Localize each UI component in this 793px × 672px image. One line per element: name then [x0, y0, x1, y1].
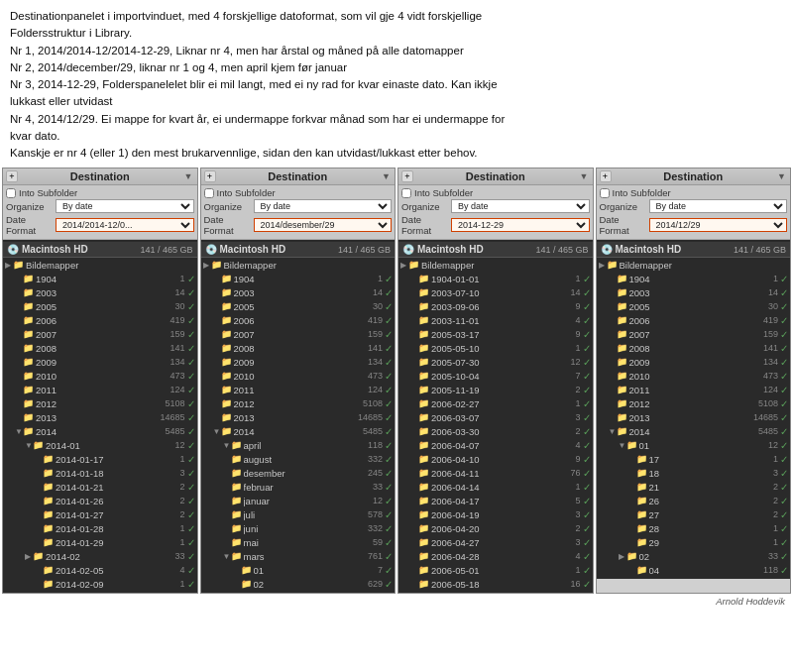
- tree-item[interactable]: 📁2006-04-175✓: [398, 494, 593, 507]
- tree-arrow-icon[interactable]: ▶: [599, 261, 607, 270]
- tree-item[interactable]: 📁2006-05-1816✓: [398, 577, 593, 591]
- tree-item[interactable]: 📁1904-01-011✓: [398, 272, 593, 285]
- tree-item[interactable]: 📁2006-05-011✓: [398, 563, 593, 577]
- panel-header-arrow-icon[interactable]: ▼: [580, 171, 589, 181]
- tree-item[interactable]: 📁2011124✓: [201, 383, 396, 396]
- tree-item[interactable]: 📁201314685✓: [3, 410, 197, 424]
- tree-item[interactable]: ▼📁20145485✓: [201, 424, 396, 438]
- panel-add-button[interactable]: +: [401, 170, 413, 182]
- tree-arrow-icon[interactable]: ▼: [213, 427, 221, 436]
- tree-arrow-icon[interactable]: ▶: [619, 552, 626, 561]
- tree-item[interactable]: 📁20125108✓: [597, 396, 791, 410]
- tree-item[interactable]: 📁200314✓: [201, 285, 396, 299]
- tree-item[interactable]: 📁2006419✓: [3, 313, 197, 327]
- tree-item[interactable]: 📁2005-10-047✓: [398, 369, 593, 383]
- tree-item[interactable]: 📁200530✓: [597, 299, 791, 313]
- tree-item[interactable]: 📁2006-04-284✓: [398, 549, 593, 563]
- panel-add-button[interactable]: +: [6, 170, 18, 182]
- tree-item[interactable]: 📁2003-11-014✓: [398, 313, 593, 327]
- organize-select[interactable]: By date: [56, 199, 194, 213]
- tree-arrow-icon[interactable]: ▼: [609, 427, 617, 436]
- tree-item[interactable]: 📁2007159✓: [3, 327, 197, 341]
- tree-item[interactable]: 📁2003-07-1014✓: [398, 285, 593, 299]
- tree-item[interactable]: 📁2008141✓: [3, 341, 197, 355]
- tree-arrow-icon[interactable]: ▶: [5, 261, 13, 270]
- tree-item[interactable]: 📁2014-02-054✓: [3, 563, 197, 577]
- tree-item[interactable]: ▼📁20145485✓: [3, 424, 197, 438]
- tree-item[interactable]: 📁2014-01-291✓: [3, 535, 197, 549]
- tree-item[interactable]: 📁171✓: [597, 452, 791, 466]
- tree-item[interactable]: ▶📁0233✓: [597, 549, 791, 563]
- date-format-select[interactable]: 2014/2014-12/0...: [56, 218, 194, 232]
- tree-item[interactable]: 📁2014-01-212✓: [3, 480, 197, 494]
- tree-arrow-icon[interactable]: ▼: [223, 441, 231, 450]
- tree-item[interactable]: 📁2008141✓: [201, 341, 396, 355]
- organize-select[interactable]: By date: [451, 199, 590, 213]
- tree-item[interactable]: ▶📁Bildemapper: [597, 258, 791, 272]
- tree-item[interactable]: 📁2011124✓: [3, 383, 197, 396]
- tree-item[interactable]: 📁200530✓: [3, 299, 197, 313]
- tree-item[interactable]: ▶📁Bildemapper: [3, 258, 197, 272]
- tree-item[interactable]: 📁juni332✓: [201, 521, 396, 535]
- tree-item[interactable]: 📁2006-04-074✓: [398, 438, 593, 452]
- tree-item[interactable]: 📁19041✓: [597, 272, 791, 285]
- tree-item[interactable]: ▼📁2014-0112✓: [3, 438, 197, 452]
- tree-arrow-icon[interactable]: ▶: [203, 261, 211, 270]
- tree-item[interactable]: 📁2014-01-262✓: [3, 494, 197, 507]
- tree-item[interactable]: 📁august332✓: [201, 452, 396, 466]
- date-format-select[interactable]: 2014/12/29: [649, 218, 788, 232]
- tree-item[interactable]: 📁281✓: [597, 521, 791, 535]
- tree-item[interactable]: 📁19041✓: [201, 272, 396, 285]
- tree-arrow-icon[interactable]: ▶: [25, 552, 33, 561]
- tree-item[interactable]: 📁2014-02-091✓: [3, 577, 197, 591]
- tree-item[interactable]: ▶📁Bildemapper: [201, 258, 396, 272]
- tree-item[interactable]: 📁2006-03-073✓: [398, 410, 593, 424]
- tree-item[interactable]: 📁183✓: [597, 466, 791, 480]
- tree-item[interactable]: 📁04118✓: [597, 563, 791, 577]
- tree-item[interactable]: 📁262✓: [597, 494, 791, 507]
- into-subfolder-checkbox[interactable]: [600, 188, 610, 198]
- tree-item[interactable]: ▼📁0112✓: [597, 438, 791, 452]
- into-subfolder-checkbox[interactable]: [401, 188, 411, 198]
- date-format-select[interactable]: 2014/desember/29: [254, 218, 393, 232]
- date-format-select[interactable]: 2014-12-29: [451, 218, 590, 232]
- tree-item[interactable]: 📁2009134✓: [597, 355, 791, 369]
- tree-item[interactable]: 📁2003-09-069✓: [398, 299, 593, 313]
- tree-item[interactable]: 📁2014-01-171✓: [3, 452, 197, 466]
- tree-item[interactable]: 📁2008141✓: [597, 341, 791, 355]
- tree-item[interactable]: 📁2010473✓: [3, 369, 197, 383]
- tree-item[interactable]: 📁291✓: [597, 535, 791, 549]
- tree-item[interactable]: ▼📁april118✓: [201, 438, 396, 452]
- tree-item[interactable]: ▶📁Bildemapper: [398, 258, 593, 272]
- tree-item[interactable]: 📁2005-05-101✓: [398, 341, 593, 355]
- tree-item[interactable]: 📁juli578✓: [201, 507, 396, 521]
- tree-item[interactable]: 📁2014-01-281✓: [3, 521, 197, 535]
- tree-item[interactable]: 📁2006-04-193✓: [398, 507, 593, 521]
- tree-item[interactable]: 📁2010473✓: [597, 369, 791, 383]
- into-subfolder-checkbox[interactable]: [6, 188, 16, 198]
- tree-item[interactable]: 📁200314✓: [3, 285, 197, 299]
- tree-item[interactable]: 📁2011124✓: [597, 383, 791, 396]
- tree-arrow-icon[interactable]: ▶: [400, 261, 408, 270]
- panel-add-button[interactable]: +: [600, 170, 612, 182]
- tree-item[interactable]: 📁2005-03-179✓: [398, 327, 593, 341]
- tree-item[interactable]: 📁200530✓: [201, 299, 396, 313]
- panel-header-arrow-icon[interactable]: ▼: [184, 171, 193, 181]
- tree-item[interactable]: ▼📁mars761✓: [201, 549, 396, 563]
- tree-item[interactable]: 📁januar12✓: [201, 494, 396, 507]
- tree-arrow-icon[interactable]: ▼: [223, 552, 231, 561]
- tree-item[interactable]: 📁201314685✓: [201, 410, 396, 424]
- tree-item[interactable]: 📁2006419✓: [597, 313, 791, 327]
- tree-item[interactable]: 📁desember245✓: [201, 466, 396, 480]
- organize-select[interactable]: By date: [254, 199, 393, 213]
- tree-item[interactable]: 📁2009134✓: [201, 355, 396, 369]
- tree-item[interactable]: 📁02629✓: [201, 577, 396, 591]
- organize-select[interactable]: By date: [649, 199, 788, 213]
- tree-arrow-icon[interactable]: ▼: [25, 441, 33, 450]
- tree-item[interactable]: 📁2010473✓: [201, 369, 396, 383]
- panel-add-button[interactable]: +: [204, 170, 216, 182]
- tree-item[interactable]: 📁2014-01-183✓: [3, 466, 197, 480]
- tree-item[interactable]: 📁2006-04-273✓: [398, 535, 593, 549]
- tree-item[interactable]: 📁20125108✓: [3, 396, 197, 410]
- tree-arrow-icon[interactable]: ▼: [619, 441, 626, 450]
